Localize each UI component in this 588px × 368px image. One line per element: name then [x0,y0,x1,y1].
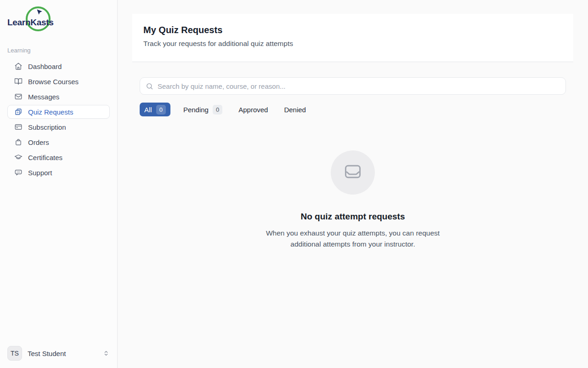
home-icon [14,62,23,70]
search-icon [146,82,153,90]
filter-pending-count-badge: 0 [213,105,222,115]
page-title: My Quiz Requests [143,25,562,35]
filter-denied[interactable]: Denied [281,103,309,116]
sidebar-item-browse-courses[interactable]: Browse Courses [7,75,110,88]
filter-label: Approved [238,106,268,114]
empty-state-title: No quiz attempt requests [140,212,566,222]
user-name: Test Student [28,350,66,357]
copy-pages-icon [14,108,23,116]
filter-label: All [144,106,152,114]
sidebar-item-subscription[interactable]: Subscription [7,120,110,134]
filter-pending[interactable]: Pending 0 [180,103,226,116]
sidebar-item-label: Dashboard [28,63,62,70]
avatar: TS [7,346,22,361]
search-input[interactable] [158,82,560,90]
credit-card-icon [14,123,23,131]
sidebar-item-support[interactable]: Support [7,166,110,179]
filter-tabs: All 0 Pending 0 Approved Denied [140,103,566,116]
filter-label: Pending [183,106,209,114]
logo-text-kasts: Kasts [30,17,53,27]
filter-all-count-badge: 0 [156,105,166,115]
sidebar-item-label: Browse Courses [28,78,79,86]
sidebar-item-label: Orders [28,138,49,146]
filter-label: Denied [284,106,306,114]
graduation-cap-icon [14,153,23,161]
sidebar-item-label: Subscription [28,123,66,131]
book-open-icon [14,77,23,86]
toolbar: All 0 Pending 0 Approved Denied [132,77,573,250]
page-subtitle: Track your requests for additional quiz … [143,40,562,48]
sidebar-item-quiz-requests[interactable]: Quiz Requests [7,105,110,119]
search-box [140,77,566,95]
sidebar-item-label: Quiz Requests [28,108,73,116]
sidebar-item-dashboard[interactable]: Dashboard [7,59,110,73]
sidebar-item-label: Certificates [28,154,62,161]
logo-text-learn: Learn [7,17,30,27]
sidebar-item-messages[interactable]: Messages [7,90,110,104]
filter-approved[interactable]: Approved [235,103,271,116]
inbox-icon [343,161,363,184]
shopping-bag-icon [14,138,23,146]
sidebar-item-label: Support [28,169,52,177]
page-header-card: My Quiz Requests Track your requests for… [132,14,573,62]
sidebar-item-orders[interactable]: Orders [7,135,110,149]
mail-icon [14,92,23,101]
sidebar: LearnKasts Learning Dashboard Browse Cou… [0,0,118,368]
sidebar-nav: Dashboard Browse Courses Messages [7,59,110,179]
logo-text: LearnKasts [7,17,54,28]
empty-state-icon-circle [331,150,375,195]
sidebar-item-certificates[interactable]: Certificates [7,150,110,164]
chevrons-up-down-icon [102,350,110,357]
empty-state-description: When you exhaust your quiz attempts, you… [254,228,452,250]
chat-bubble-icon [14,168,23,177]
cursor-arrow-icon [36,9,43,16]
user-menu[interactable]: TS Test Student [7,346,110,361]
empty-state: No quiz attempt requests When you exhaus… [140,150,566,250]
main-content: My Quiz Requests Track your requests for… [118,0,588,368]
filter-all[interactable]: All 0 [140,103,170,116]
sidebar-item-label: Messages [28,93,59,101]
learnkasts-logo[interactable]: LearnKasts [7,6,62,35]
sidebar-section-label: Learning [7,47,110,54]
